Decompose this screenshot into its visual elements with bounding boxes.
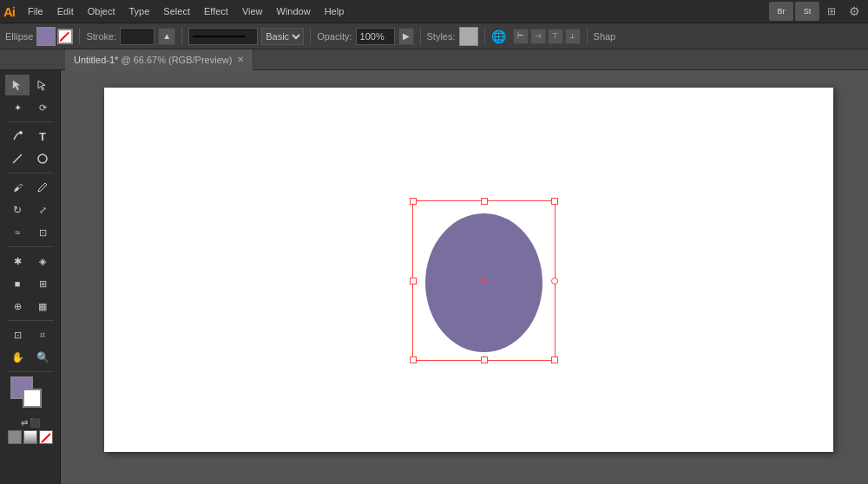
stock-icon[interactable]: St (795, 2, 819, 21)
blend-mode-select[interactable]: Basic (261, 28, 304, 45)
main-layout: ✦ ⟳ T 🖌 (0, 70, 868, 484)
paintbrush-tool-btn[interactable]: 🖌 (5, 177, 30, 198)
opacity-label: Opacity: (317, 31, 352, 42)
handle-top-mid[interactable] (481, 198, 488, 205)
separator-6 (587, 28, 588, 45)
swap-none-area: ⇄ ⬛ (21, 418, 40, 428)
navigate-tools-row: ✋ 🔍 (0, 347, 60, 368)
separator-2 (181, 28, 182, 45)
none-color-icon[interactable] (39, 430, 53, 444)
gradient-tool-btn[interactable]: ■ (5, 273, 30, 294)
handle-top-left[interactable] (410, 198, 417, 205)
align-left-icon[interactable]: ⊢ (513, 29, 529, 44)
svg-line-1 (13, 154, 22, 163)
menu-file[interactable]: File (22, 4, 49, 18)
ellipse-selection-container[interactable]: + (412, 200, 556, 361)
solid-color-icon[interactable] (8, 430, 22, 444)
artboard: + (104, 88, 833, 452)
separator-1 (79, 28, 80, 45)
artboard-tool-btn[interactable]: ⊡ (5, 324, 30, 345)
distribute-icon[interactable]: ⊥ (565, 29, 581, 44)
swap-colors-icon[interactable]: ⇄ (21, 418, 28, 428)
paint-bucket-tool-btn[interactable]: ◈ (30, 251, 55, 271)
blend-tool-btn[interactable]: ⊕ (5, 296, 30, 317)
menu-view[interactable]: View (236, 4, 269, 18)
symbol-tools-row: ✱ ◈ (0, 251, 60, 271)
doc-tab-close-btn[interactable]: ✕ (237, 55, 244, 64)
rotate-tools-row: ↻ ⤢ (0, 199, 60, 220)
line-tools-row (0, 148, 60, 169)
stroke-up-btn[interactable]: ▲ (158, 28, 175, 45)
align-right-icon[interactable]: ⊤ (548, 29, 563, 44)
menu-object[interactable]: Object (82, 4, 122, 18)
scale-tool-btn[interactable]: ⤢ (30, 199, 55, 220)
gradient-color-icon[interactable] (23, 430, 37, 444)
mesh-tool-btn[interactable]: ⊞ (30, 273, 55, 294)
menu-select[interactable]: Select (157, 4, 196, 18)
svg-point-0 (19, 131, 23, 134)
pen-tool-btn[interactable] (5, 126, 30, 147)
color-mode-area (8, 430, 53, 444)
direct-selection-tool-btn[interactable] (30, 75, 55, 95)
tool-sep-1 (7, 121, 54, 122)
pencil-tool-btn[interactable] (30, 177, 55, 198)
left-toolbar: ✦ ⟳ T 🖌 (0, 70, 61, 484)
eyedropper-tool-btn[interactable]: ✱ (5, 251, 30, 271)
graph-tool-btn[interactable]: ▦ (30, 296, 55, 317)
shape-label-right: Shap (594, 31, 616, 42)
brush-tools-row: 🖌 (0, 177, 60, 198)
lasso-tool-btn[interactable]: ⟳ (30, 97, 55, 118)
menu-effect[interactable]: Effect (198, 4, 234, 18)
menu-window[interactable]: Window (271, 4, 317, 18)
fill-swatch[interactable] (36, 27, 56, 46)
tool-sep-4 (7, 320, 54, 321)
ellipse-tool-btn[interactable] (30, 148, 55, 169)
shape-type-label: Ellipse (5, 31, 33, 42)
pen-tools-row: T (0, 126, 60, 147)
stroke-weight-input[interactable] (120, 28, 155, 45)
styles-swatch[interactable] (459, 27, 478, 46)
handle-bottom-right[interactable] (551, 356, 558, 363)
blend-tools-row: ⊕ ▦ (0, 296, 60, 317)
menu-type[interactable]: Type (123, 4, 156, 18)
slice-tool-btn[interactable]: ⌗ (30, 324, 55, 345)
opacity-input[interactable] (356, 28, 395, 45)
menu-bar: Ai File Edit Object Type Select Effect V… (0, 0, 868, 23)
menu-help[interactable]: Help (319, 4, 351, 18)
workspace-icon[interactable]: ⊞ (821, 2, 842, 21)
default-colors-icon[interactable]: ⬛ (30, 418, 40, 428)
handle-bottom-mid[interactable] (481, 356, 488, 363)
hand-tool-btn[interactable]: ✋ (5, 347, 30, 368)
handle-bottom-left[interactable] (410, 356, 417, 363)
canvas-area[interactable]: + (61, 70, 868, 484)
menu-edit[interactable]: Edit (51, 4, 80, 18)
color-swatch-area (7, 376, 54, 415)
mesh-tools-row: ■ ⊞ (0, 273, 60, 294)
tool-sep-2 (7, 173, 54, 173)
bridge-icon[interactable]: Br (769, 2, 793, 21)
doc-tab-active[interactable]: Untitled-1* @ 66.67% (RGB/Preview) ✕ (65, 49, 253, 70)
wand-tools-row: ✦ ⟳ (0, 97, 60, 118)
handle-right-mid[interactable] (551, 278, 558, 285)
zoom-tool-btn[interactable]: 🔍 (30, 347, 55, 368)
svg-export-icon[interactable]: 🌐 (491, 29, 506, 43)
magic-wand-tool-btn[interactable]: ✦ (5, 97, 30, 118)
stroke-style-preview[interactable] (188, 28, 258, 45)
type-tool-btn[interactable]: T (30, 126, 55, 147)
warp-tool-btn[interactable]: ≈ (5, 222, 30, 243)
free-transform-tool-btn[interactable]: ⊡ (30, 222, 55, 243)
handle-left-mid[interactable] (410, 278, 417, 285)
selection-tool-btn[interactable] (5, 75, 30, 95)
doc-tabs: Untitled-1* @ 66.67% (RGB/Preview) ✕ (0, 49, 868, 70)
stroke-x-icon (57, 29, 73, 44)
selection-tools-row (0, 75, 60, 95)
rotate-tool-btn[interactable]: ↻ (5, 199, 30, 220)
line-tool-btn[interactable] (5, 148, 30, 169)
tool-sep-3 (7, 246, 54, 247)
opacity-arrow[interactable]: ▶ (398, 28, 414, 45)
handle-top-right[interactable] (551, 198, 558, 205)
center-cross: + (480, 277, 489, 285)
align-center-icon[interactable]: ⊣ (530, 29, 546, 44)
stroke-color-swatch[interactable] (23, 389, 42, 408)
adobe-icon[interactable]: ⚙ (844, 2, 865, 21)
